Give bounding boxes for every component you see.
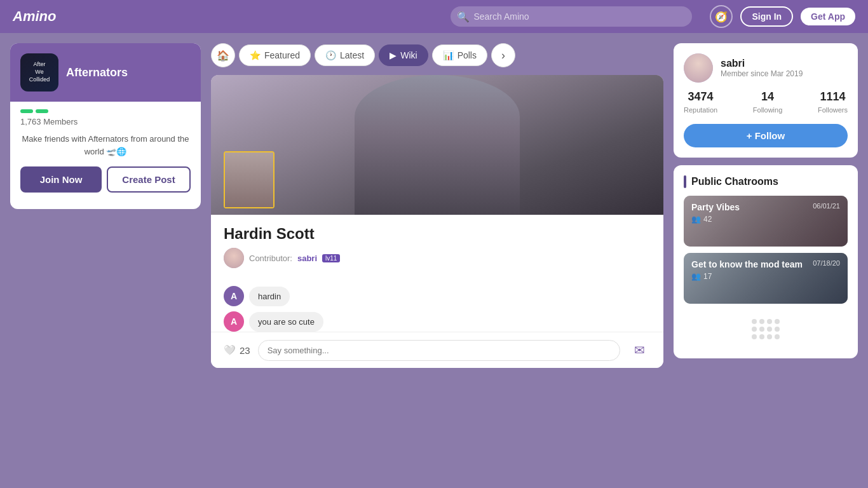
person-silhouette <box>355 75 520 215</box>
following-stat: 14 Following <box>753 90 782 115</box>
chatroom-date-1: 06/01/21 <box>813 202 840 210</box>
follow-button[interactable]: + Follow <box>684 124 848 147</box>
comment-row-2: A you are so cute <box>224 311 651 332</box>
contributor-label: Contributor: <box>249 254 292 263</box>
tab-home[interactable]: 🏠 <box>211 43 235 67</box>
dot-7 <box>767 327 772 332</box>
star-icon: ⭐ <box>250 50 261 60</box>
post-title: Hardin Scott <box>224 225 651 243</box>
more-tabs-button[interactable]: › <box>491 43 515 67</box>
heart-icon: 🤍 <box>224 344 236 356</box>
send-icon: ✉ <box>634 343 645 357</box>
search-bar: 🔍 <box>451 6 692 27</box>
community-header: AfterWeCollided Afternators <box>10 43 201 102</box>
profile-card: sabri Member since Mar 2019 3474 Reputat… <box>674 43 858 158</box>
community-name: Afternators <box>66 66 128 79</box>
wiki-icon: ▶ <box>390 50 397 60</box>
profile-stats: 3474 Reputation 14 Following 1114 Follow… <box>684 90 848 115</box>
post-card: Hardin Scott Contributor: sabri lv11 A h… <box>211 75 663 368</box>
logo: Amino <box>13 8 56 25</box>
dot-12 <box>775 334 780 339</box>
nav-tabs: 🏠 ⭐ Featured 🕐 Latest ▶ Wiki 📊 Polls › <box>211 43 663 67</box>
chatroom-meta-1: 👥 42 <box>691 215 840 224</box>
comment-bubbles: A hardin A you are so cute <box>211 286 663 332</box>
tab-featured[interactable]: ⭐ Featured <box>239 44 311 66</box>
profile-info: sabri Member since Mar 2019 <box>721 58 803 78</box>
header-actions: 🧭 Sign In Get App <box>710 5 855 28</box>
community-card: AfterWeCollided Afternators 1,763 Member… <box>10 43 201 209</box>
comment-row: A hardin <box>224 286 651 306</box>
center-content: 🏠 ⭐ Featured 🕐 Latest ▶ Wiki 📊 Polls › <box>211 43 663 478</box>
profile-since: Member since Mar 2019 <box>721 69 803 78</box>
followers-value: 1114 <box>818 90 848 104</box>
home-icon: 🏠 <box>217 50 229 62</box>
community-actions: Join Now Create Post <box>20 166 191 201</box>
header: Amino 🔍 🧭 Sign In Get App <box>0 0 868 33</box>
compass-button[interactable]: 🧭 <box>710 5 733 28</box>
community-logo: AfterWeCollided <box>20 53 58 92</box>
comment-avatar-2: A <box>224 311 244 332</box>
chatroom-members-2: 17 <box>703 272 712 281</box>
chatroom-overlay-2: Get to know the mod team 👥 17 07/18/20 <box>684 253 848 304</box>
clock-icon: 🕐 <box>325 50 336 60</box>
profile-avatar <box>684 53 713 83</box>
wiki-entry-avatar <box>224 151 275 208</box>
comment-bubble-2: you are so cute <box>249 312 323 332</box>
chatroom-meta-2: 👥 17 <box>691 272 840 281</box>
chatroom-item-1[interactable]: Party Vibes 👥 42 06/01/21 <box>684 196 848 247</box>
main-layout: AfterWeCollided Afternators 1,763 Member… <box>0 33 868 488</box>
level-bars <box>20 109 191 113</box>
dots-grid <box>752 319 780 339</box>
get-app-button[interactable]: Get App <box>801 8 855 25</box>
chatroom-item-2[interactable]: Get to know the mod team 👥 17 07/18/20 <box>684 253 848 304</box>
following-label: Following <box>753 106 782 114</box>
tab-latest[interactable]: 🕐 Latest <box>315 44 375 66</box>
reputation-label: Reputation <box>684 106 717 114</box>
dot-6 <box>759 327 764 332</box>
community-logo-inner: AfterWeCollided <box>20 53 58 92</box>
dot-1 <box>752 319 757 324</box>
sign-in-button[interactable]: Sign In <box>740 6 793 27</box>
dot-2 <box>759 319 764 324</box>
following-value: 14 <box>753 90 782 104</box>
comment-avatar-1: A <box>224 286 244 306</box>
search-input[interactable] <box>451 6 692 27</box>
comment-input[interactable] <box>258 340 620 361</box>
search-icon: 🔍 <box>457 11 470 23</box>
members-count: 1,763 Members <box>20 117 191 126</box>
dot-11 <box>767 334 772 339</box>
left-sidebar: AfterWeCollided Afternators 1,763 Member… <box>10 43 201 478</box>
followers-label: Followers <box>818 106 848 114</box>
level-bar-1 <box>20 109 33 113</box>
send-button[interactable]: ✉ <box>628 339 651 362</box>
post-actions: 🤍 23 ✉ <box>211 332 663 368</box>
chatrooms-title-bar <box>684 175 686 188</box>
community-body: 1,763 Members Make friends with Afternat… <box>10 102 201 209</box>
dot-5 <box>752 327 757 332</box>
create-post-button[interactable]: Create Post <box>107 166 191 193</box>
join-now-button[interactable]: Join Now <box>20 166 102 193</box>
chatroom-overlay-1: Party Vibes 👥 42 06/01/21 <box>684 196 848 247</box>
profile-name[interactable]: sabri <box>721 58 803 69</box>
chatrooms-title: Public Chatrooms <box>684 175 848 188</box>
like-button[interactable]: 🤍 23 <box>224 344 250 356</box>
chatrooms-title-text: Public Chatrooms <box>691 176 778 187</box>
people-icon-1: 👥 <box>691 215 701 224</box>
tab-polls[interactable]: 📊 Polls <box>432 44 487 66</box>
reputation-stat: 3474 Reputation <box>684 90 717 115</box>
chatroom-date-2: 07/18/20 <box>813 259 840 267</box>
dot-4 <box>775 319 780 324</box>
tab-wiki[interactable]: ▶ Wiki <box>379 44 428 66</box>
right-sidebar: sabri Member since Mar 2019 3474 Reputat… <box>674 43 858 478</box>
contributor-avatar <box>224 248 244 268</box>
reputation-value: 3474 <box>684 90 717 104</box>
chatrooms-card: Public Chatrooms Party Vibes 👥 42 06/01/… <box>674 165 858 358</box>
level-bar-2 <box>36 109 48 113</box>
dot-9 <box>752 334 757 339</box>
contributor-name[interactable]: sabri <box>297 254 317 263</box>
compass-icon: 🧭 <box>715 11 728 23</box>
chatroom-members-1: 42 <box>703 215 712 224</box>
post-info: Hardin Scott Contributor: sabri lv11 <box>211 215 663 286</box>
followers-stat: 1114 Followers <box>818 90 848 115</box>
dot-8 <box>775 327 780 332</box>
